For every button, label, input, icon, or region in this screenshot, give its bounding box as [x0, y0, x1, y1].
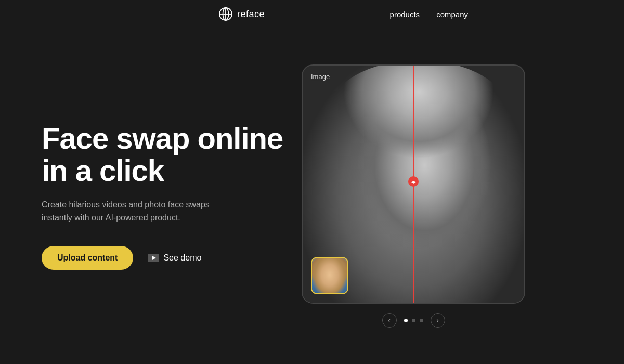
hero-title: Face swap online in a click [42, 122, 302, 187]
carousel-dots [404, 319, 423, 322]
carousel-next-button[interactable]: › [431, 313, 445, 328]
hero-section: Face swap online in a click Create hilar… [0, 28, 624, 364]
image-label: Image [311, 73, 330, 81]
face-thumb-image [312, 258, 347, 293]
hero-actions: Upload content See demo [42, 246, 302, 270]
nav-link-products[interactable]: products [390, 10, 420, 19]
face-thumbnail[interactable] [311, 257, 348, 294]
carousel-prev-button[interactable]: ‹ [382, 313, 397, 328]
globe-icon [218, 7, 233, 21]
hero-subtitle: Create hilarious videos and photo face s… [42, 199, 229, 225]
navbar: reface products company [0, 0, 624, 28]
play-icon [148, 254, 159, 262]
carousel-dot-3[interactable] [420, 319, 423, 322]
hero-right: Image ‹ › [302, 64, 556, 328]
logo-text: reface [237, 9, 265, 20]
carousel-controls: ‹ › [382, 313, 445, 328]
carousel-dot-2[interactable] [412, 319, 415, 322]
nav-link-company[interactable]: company [436, 10, 468, 19]
demo-label: See demo [163, 253, 201, 263]
logo[interactable]: reface [218, 7, 265, 21]
hair-simulation [329, 64, 509, 164]
carousel-dot-1[interactable] [404, 319, 408, 322]
see-demo-button[interactable]: See demo [148, 253, 201, 263]
divider-handle[interactable] [408, 176, 419, 187]
upload-content-button[interactable]: Upload content [42, 246, 133, 270]
demo-card: Image [302, 64, 525, 304]
hero-left: Face swap online in a click Create hilar… [0, 122, 302, 270]
nav-links: products company [390, 10, 468, 19]
